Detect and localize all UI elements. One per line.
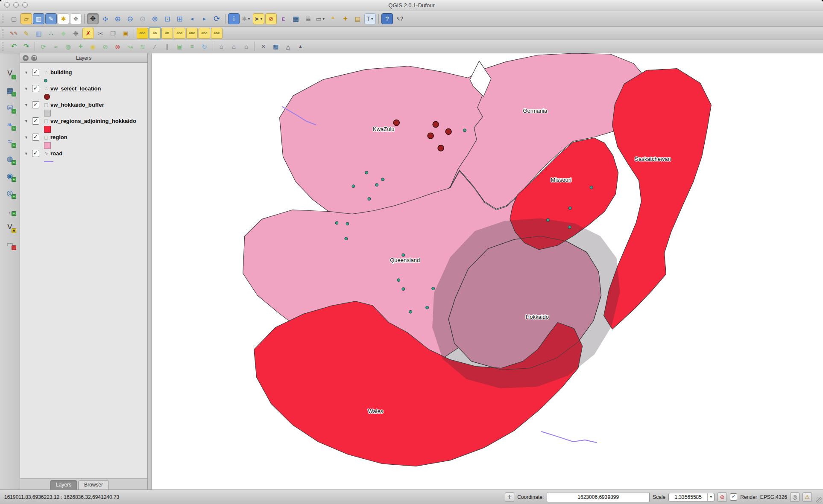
layer-visibility-checkbox[interactable]: ✓: [32, 101, 39, 108]
add-delimited-text-layer-button[interactable]: ,+: [3, 204, 16, 216]
add-feature-button[interactable]: ∴: [45, 28, 57, 39]
layer-expand-caret[interactable]: ▼: [24, 70, 30, 75]
delete-part-button[interactable]: ⊗: [112, 41, 123, 52]
crs-status-button[interactable]: ◎: [790, 492, 800, 502]
select-features-dropdown-icon[interactable]: ▼: [260, 17, 263, 21]
toolbar-handle[interactable]: [3, 15, 6, 23]
scale-combo[interactable]: 1:33565585 ▼: [668, 493, 715, 501]
zoom-to-selection-button[interactable]: ⊡: [161, 13, 173, 24]
redo-button[interactable]: ↷: [21, 41, 32, 52]
layer-item-vw_regions_adjoining_hokkaido[interactable]: ▼✓▢vw_regions_adjoining_hokkaido: [20, 117, 147, 125]
layer-expand-caret[interactable]: ▼: [24, 103, 30, 107]
merge-features-button[interactable]: ▣: [174, 41, 185, 52]
layer-item-vw_hokkaido_buffer[interactable]: ▼✓▢vw_hokkaido_buffer: [20, 100, 147, 109]
add-spatialite-layer-button[interactable]: ❧+: [3, 118, 16, 131]
show-bookmarks-button[interactable]: ▤: [352, 13, 363, 24]
current-edits-button[interactable]: ✎✎: [8, 28, 20, 39]
add-wfs-layer-button[interactable]: ◎+: [3, 186, 16, 199]
identify-features-button[interactable]: i: [228, 13, 240, 24]
tab-browser[interactable]: Browser: [78, 480, 109, 489]
map-tips-button[interactable]: ❝: [327, 13, 339, 24]
split-features-button[interactable]: ∕: [149, 41, 161, 52]
cut-features-button[interactable]: ✂: [95, 28, 106, 39]
label-properties-button[interactable]: abc: [211, 28, 223, 39]
deselect-features-button[interactable]: ⊘: [265, 13, 277, 24]
layer-visibility-checkbox[interactable]: ✓: [32, 134, 39, 141]
fill-ring-button[interactable]: ◉: [87, 41, 99, 52]
select-features-button[interactable]: ➤▼: [253, 13, 264, 24]
new-bookmark-button[interactable]: ✚: [340, 13, 351, 24]
rotate-feature-button[interactable]: ⟳: [38, 41, 49, 52]
layer-visibility-checkbox[interactable]: ✓: [32, 85, 39, 92]
measure-line-button[interactable]: ▭▼: [315, 13, 326, 24]
layer-expand-caret[interactable]: ▼: [24, 151, 30, 156]
simplify-feature-button[interactable]: ≈: [50, 41, 62, 52]
zoom-in-button[interactable]: ⊕: [112, 13, 123, 24]
close-window-button[interactable]: [4, 2, 10, 8]
layer-item-vw_select_location[interactable]: ▼✓∴vw_select_location: [20, 84, 147, 93]
whats-this-button[interactable]: ↖?: [394, 13, 405, 24]
text-annotation-dropdown-icon[interactable]: ▼: [370, 17, 374, 21]
zoom-full-extent-button[interactable]: ⊛: [149, 13, 161, 24]
offset-curve-button[interactable]: ≋: [137, 41, 148, 52]
layer-labeling-options-button[interactable]: abc: [137, 28, 148, 39]
add-postgis-layer-button[interactable]: ⛁+: [3, 101, 16, 114]
layer-expand-caret[interactable]: ▼: [24, 119, 30, 123]
window-resize-grip[interactable]: [816, 497, 822, 503]
measure-line-dropdown-icon[interactable]: ▼: [322, 17, 325, 21]
open-attribute-table-button[interactable]: ▦: [290, 13, 302, 24]
field-calculator-button[interactable]: ≣: [302, 13, 314, 24]
delete-ring-button[interactable]: ⊘: [100, 41, 111, 52]
layer-expand-caret[interactable]: ▼: [24, 135, 30, 140]
osm-export-button[interactable]: ⌂: [240, 41, 252, 52]
split-parts-button[interactable]: ∥: [161, 41, 173, 52]
merge-attributes-button[interactable]: ≡: [186, 41, 198, 52]
paste-features-button[interactable]: ▣: [120, 28, 131, 39]
add-raster-layer-button[interactable]: ▦+: [3, 84, 16, 97]
new-project-button[interactable]: ▢: [8, 13, 20, 24]
zoom-actual-size-button[interactable]: ⊙: [137, 13, 148, 24]
delete-selected-button[interactable]: ✗: [82, 28, 94, 39]
rotate-label-button[interactable]: abc: [186, 28, 198, 39]
pin-unpin-labels-button[interactable]: ab: [149, 28, 161, 39]
osm-download-button[interactable]: ⌂: [216, 41, 227, 52]
pan-to-selection-button[interactable]: ✣: [100, 13, 111, 24]
composer-manager-button[interactable]: ❖: [70, 13, 82, 24]
minimize-window-button[interactable]: [13, 2, 19, 8]
add-ring-button[interactable]: ◍: [62, 41, 74, 52]
coordinate-input[interactable]: [547, 492, 650, 502]
add-mssql-layer-button[interactable]: ≈+: [3, 135, 16, 148]
toolbar-handle[interactable]: [3, 29, 6, 38]
render-checkbox[interactable]: ✓: [730, 493, 737, 501]
select-by-expression-button[interactable]: ε: [278, 13, 289, 24]
zoom-next-button[interactable]: ►: [199, 13, 210, 24]
move-label-button[interactable]: abc: [174, 28, 185, 39]
float-panel-button[interactable]: ❐: [31, 55, 37, 61]
zoom-to-layer-button[interactable]: ⊞: [174, 13, 185, 24]
raster-calculator-button[interactable]: ▩: [270, 41, 281, 52]
layer-visibility-checkbox[interactable]: ✓: [32, 117, 39, 125]
tab-layers[interactable]: Layers: [50, 480, 77, 489]
save-project-button[interactable]: ▥: [33, 13, 44, 24]
remove-layer-button[interactable]: ▭−: [3, 238, 16, 251]
stop-rendering-button[interactable]: ⊘: [718, 492, 727, 502]
log-messages-button[interactable]: ⚠: [802, 492, 812, 502]
close-panel-button[interactable]: ✕: [23, 55, 29, 61]
add-wms-layer-button[interactable]: ◉+: [3, 169, 16, 182]
add-polygon-feature-button[interactable]: ◆: [58, 28, 69, 39]
highlight-pinned-labels-button[interactable]: ab: [161, 28, 173, 39]
save-project-as-button[interactable]: ✎: [45, 13, 57, 24]
add-oracle-layer-button[interactable]: ◍+: [3, 152, 16, 165]
change-label-button[interactable]: abc: [199, 28, 210, 39]
copy-features-button[interactable]: ❐: [107, 28, 119, 39]
zoom-window-button[interactable]: [22, 2, 28, 8]
topology-checker-button[interactable]: ▲: [295, 41, 306, 52]
layer-item-building[interactable]: ▼✓∴building: [20, 68, 147, 77]
scale-dropdown-icon[interactable]: ▼: [707, 493, 714, 501]
toggle-editing-button[interactable]: ✎: [21, 28, 32, 39]
run-feature-action-dropdown-icon[interactable]: ▼: [247, 17, 251, 21]
help-contents-button[interactable]: ?: [381, 13, 393, 24]
reshape-features-button[interactable]: ↝: [124, 41, 136, 52]
toolbar-handle[interactable]: [3, 42, 6, 51]
zoom-last-button[interactable]: ◄: [186, 13, 198, 24]
